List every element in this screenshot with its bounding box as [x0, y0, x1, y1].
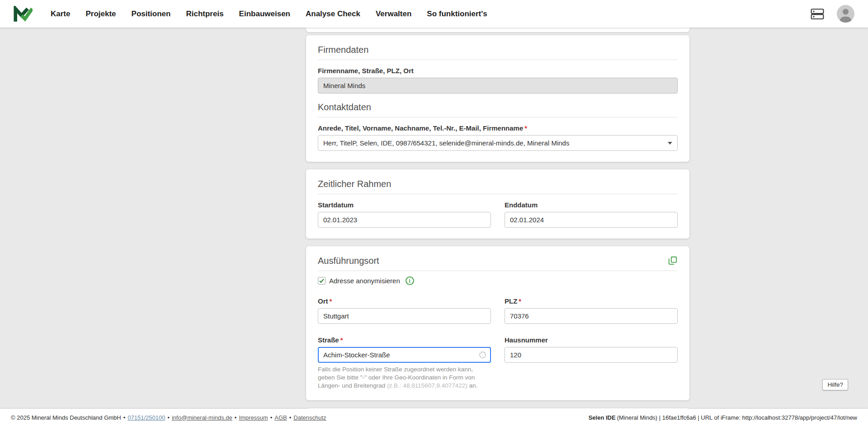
divider: [318, 271, 678, 271]
enddate-input[interactable]: [505, 212, 678, 228]
main-content: Firmendaten Firmenname, Straße, PLZ, Ort…: [0, 28, 868, 409]
city-field: Ort*: [318, 290, 491, 324]
location-card: Ausführungsort Adresse anonymisieren: [306, 246, 689, 400]
info-icon[interactable]: [406, 276, 414, 285]
loading-spinner-icon: [479, 351, 486, 358]
zip-label: PLZ*: [505, 297, 678, 305]
chevron-down-icon: [668, 142, 672, 145]
section-title-ausfuehrungsort: Ausführungsort: [318, 255, 379, 266]
enddate-label: Enddatum: [505, 201, 678, 209]
section-title-kontaktdaten: Kontaktdaten: [318, 102, 678, 112]
nav-item-verwalten[interactable]: Verwalten: [376, 9, 411, 19]
nav-item-positionen[interactable]: Positionen: [132, 9, 171, 19]
nav-item-karte[interactable]: Karte: [51, 9, 70, 19]
divider: [318, 60, 678, 60]
hint-coordinates-example: (z.B.: 48.8115607,9.4077422): [387, 382, 467, 389]
required-marker: *: [519, 297, 521, 305]
person-icon: [837, 5, 854, 23]
separator: •: [235, 414, 237, 421]
separator: •: [289, 414, 292, 421]
city-label: Ort*: [318, 297, 491, 305]
street-field: Straße* Falls die Position keiner Straße…: [318, 329, 491, 389]
startdate-field: Startdatum: [318, 194, 491, 228]
copy-icon[interactable]: [668, 256, 678, 266]
main-nav: Karte Projekte Positionen Richtpreis Ein…: [51, 9, 487, 19]
brand-logo[interactable]: [14, 6, 33, 22]
company-summary-input: [318, 78, 678, 94]
contact-select[interactable]: Herr, TitelP, Selen, IDE, 0987/654321, s…: [318, 135, 678, 151]
user-avatar[interactable]: [837, 5, 854, 23]
nav-item-projekte[interactable]: Projekte: [85, 9, 116, 19]
nav-item-so-funktionierts[interactable]: So funktioniert's: [427, 9, 487, 19]
startdate-input[interactable]: [318, 212, 491, 228]
contact-select-value: Herr, TitelP, Selen, IDE, 0987/654321, s…: [323, 139, 569, 147]
housenumber-input[interactable]: [505, 347, 678, 363]
section-title-zeitlicher-rahmen: Zeitlicher Rahmen: [318, 178, 678, 189]
form-column: Firmendaten Firmenname, Straße, PLZ, Ort…: [306, 28, 689, 409]
section-title-firmendaten: Firmendaten: [318, 44, 678, 55]
footer: © 2025 Mineral Minds Deutschland GmbH • …: [0, 409, 868, 426]
separator: •: [167, 414, 170, 421]
divider: [318, 117, 678, 117]
startdate-label: Startdatum: [318, 201, 491, 209]
nav-item-richtpreis[interactable]: Richtpreis: [186, 9, 223, 19]
company-summary-label: Firmenname, Straße, PLZ, Ort: [318, 67, 678, 75]
help-button[interactable]: Hilfe?: [822, 379, 848, 390]
required-marker: *: [524, 124, 527, 132]
check-icon: [319, 278, 325, 284]
nav-item-einbauweisen[interactable]: Einbauweisen: [239, 9, 290, 19]
footer-impressum-link[interactable]: Impressum: [239, 414, 268, 421]
nav-item-analyse-check[interactable]: Analyse Check: [306, 9, 360, 19]
separator: •: [270, 414, 273, 421]
footer-info: © 2025 Mineral Minds Deutschland GmbH • …: [11, 414, 326, 421]
server-icon[interactable]: [811, 8, 824, 20]
housenumber-field: Hausnummer: [505, 329, 678, 389]
system-details: (Mineral Minds) | 16fae1ffc6a6 | URL of …: [617, 414, 857, 421]
timeframe-card: Zeitlicher Rahmen Startdatum Enddatum: [306, 169, 689, 239]
brand-logo-icon: [14, 6, 33, 22]
footer-phone-link[interactable]: 07151/250100: [127, 414, 165, 421]
street-input[interactable]: [318, 347, 491, 363]
enddate-field: Enddatum: [505, 194, 678, 228]
anonymize-row: Adresse anonymisieren: [318, 276, 678, 285]
footer-copyright: © 2025 Mineral Minds Deutschland GmbH: [11, 414, 121, 421]
system-name: Selen IDE: [589, 414, 616, 421]
housenumber-label: Hausnummer: [505, 336, 678, 344]
footer-agb-link[interactable]: AGB: [274, 414, 287, 421]
company-data-card: Firmendaten Firmenname, Straße, PLZ, Ort…: [306, 35, 689, 162]
top-navbar: Karte Projekte Positionen Richtpreis Ein…: [0, 0, 868, 28]
anonymize-address-checkbox[interactable]: [318, 277, 326, 285]
street-hint: Falls die Position keiner Straße zugeord…: [318, 365, 491, 389]
city-input[interactable]: [318, 308, 491, 324]
footer-email-link[interactable]: info@mineral-minds.de: [172, 414, 232, 421]
contact-label: Anrede, Titel, Vorname, Nachname, Tel.-N…: [318, 124, 678, 132]
zip-field: PLZ*: [505, 290, 678, 324]
anonymize-address-label: Adresse anonymisieren: [329, 277, 400, 285]
zip-input[interactable]: [505, 308, 678, 324]
separator: •: [123, 414, 126, 421]
required-marker: *: [340, 336, 343, 344]
navbar-right: [811, 5, 854, 23]
card-above-partial: [306, 28, 689, 32]
footer-datenschutz-link[interactable]: Datenschutz: [293, 414, 326, 421]
footer-system-info: Selen IDE (Mineral Minds) | 16fae1ffc6a6…: [589, 414, 857, 421]
street-label: Straße*: [318, 336, 491, 344]
required-marker: *: [330, 297, 332, 305]
